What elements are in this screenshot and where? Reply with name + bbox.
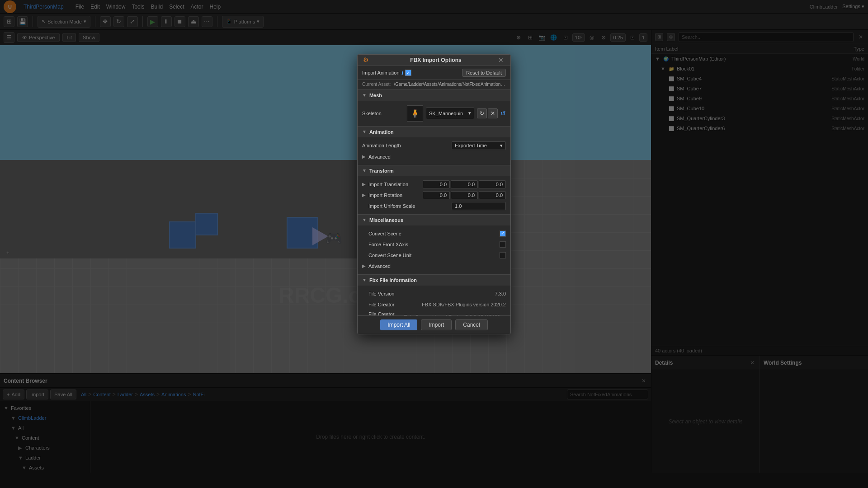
cancel-button[interactable]: Cancel [455, 319, 487, 330]
advanced-misc-row: ▶ Advanced [358, 261, 510, 272]
dialog-titlebar: ⚙ FBX Import Options ✕ [358, 55, 510, 66]
dropdown-chevron: ▾ [500, 143, 503, 149]
dialog-overlay: ⚙ FBX Import Options ✕ Import Animation … [0, 0, 868, 488]
convert-scene-unit-checkbox[interactable] [500, 252, 506, 258]
miscellaneous-section-header[interactable]: ▼ Miscellaneous [358, 215, 510, 225]
advanced-anim-expander[interactable]: ▶ [362, 154, 368, 159]
dialog-buttons: Import All Import Cancel [358, 315, 510, 334]
animation-length-value: Exported Time [455, 143, 487, 148]
fbx-info-content: File Version 7.3.0 File Creator FBX SDK/… [358, 286, 510, 315]
misc-expand-icon: ▼ [362, 217, 367, 222]
import-translation-label: Import Translation [368, 182, 423, 187]
advanced-anim-row: ▶ Advanced [358, 151, 510, 162]
transform-section-title: Transform [369, 168, 394, 174]
uniform-scale-label: Import Uniform Scale [362, 203, 452, 209]
anim-expand-icon: ▼ [362, 129, 367, 134]
dropdown-chevron: ▾ [468, 110, 471, 116]
animation-length-label: Animation Length [362, 143, 452, 148]
animation-section: ▼ Animation Animation Length Exported Ti… [358, 127, 510, 165]
translation-x-input[interactable] [423, 180, 450, 188]
miscellaneous-section-title: Miscellaneous [369, 217, 403, 223]
dialog-title: FBX Import Options [375, 57, 497, 63]
mesh-section: ▼ Mesh Skeleton 🧍 SK_Mannequin ▾ ↻ ✕ [358, 90, 510, 127]
file-creator-app-row: File Creator Application Epic Games Unre… [358, 310, 510, 315]
current-asset-label: Current Asset: [362, 82, 391, 87]
transform-expand-icon: ▼ [362, 168, 367, 173]
advanced-anim-label: Advanced [368, 154, 506, 160]
dialog-unreal-icon: ⚙ [363, 56, 371, 64]
force-front-label: Force Front XAxis [362, 242, 500, 247]
fbx-info-section: ▼ Fbx File Information File Version 7.3.… [358, 275, 510, 315]
translation-z-input[interactable] [479, 180, 506, 188]
file-creator-value: FBX SDK/FBX Plugins version 2020.2 [422, 302, 506, 307]
animation-length-dropdown[interactable]: Exported Time ▾ [452, 141, 506, 150]
mesh-section-header[interactable]: ▼ Mesh [358, 90, 510, 101]
transform-section-header[interactable]: ▼ Transform [358, 165, 510, 176]
current-asset-row: Current Asset: /Game/Ladder/Assets/Anima… [358, 80, 510, 90]
animation-section-content: Animation Length Exported Time ▾ ▶ Advan… [358, 137, 510, 165]
rotation-expander[interactable]: ▶ [362, 192, 368, 197]
reset-to-default-button[interactable]: Reset to Default [462, 69, 506, 77]
mesh-section-content: Skeleton 🧍 SK_Mannequin ▾ ↻ ✕ ↺ [358, 101, 510, 126]
file-creator-row: File Creator FBX SDK/FBX Plugins version… [358, 299, 510, 310]
current-asset-value: /Game/Ladder/Assets/Animations/NotFixedA… [394, 82, 510, 87]
convert-scene-label: Convert Scene [362, 231, 500, 236]
file-version-row: File Version 7.3.0 [358, 288, 510, 299]
skeleton-value: SK_Mannequin [429, 111, 463, 116]
convert-scene-unit-row: Convert Scene Unit [358, 250, 510, 261]
file-version-value: 7.3.0 [495, 291, 506, 296]
miscellaneous-section: ▼ Miscellaneous Convert Scene ✓ Force Fr… [358, 215, 510, 275]
force-front-checkbox[interactable] [500, 241, 506, 248]
fbxinfo-expand-icon: ▼ [362, 277, 367, 282]
advanced-misc-expander[interactable]: ▶ [362, 263, 368, 268]
rotation-values [423, 191, 506, 199]
skeleton-row: Skeleton 🧍 SK_Mannequin ▾ ↻ ✕ ↺ [358, 103, 510, 123]
file-creator-label: File Creator [362, 302, 422, 307]
convert-scene-checkbox[interactable]: ✓ [500, 230, 506, 237]
transform-section: ▼ Transform ▶ Import Translation [358, 165, 510, 215]
file-version-label: File Version [362, 291, 495, 296]
info-icon: ℹ [401, 70, 403, 76]
rotation-z-input[interactable] [479, 191, 506, 199]
dialog-scroll-area[interactable]: ▼ Mesh Skeleton 🧍 SK_Mannequin ▾ ↻ ✕ [358, 90, 510, 315]
convert-scene-row: Convert Scene ✓ [358, 228, 510, 239]
dialog-toolbar: Import Animation ℹ ✓ Reset to Default [358, 66, 510, 80]
dialog-close-button[interactable]: ✕ [497, 56, 505, 64]
uniform-scale-value [452, 202, 506, 210]
force-front-xaxis-row: Force Front XAxis [358, 239, 510, 250]
import-all-button[interactable]: Import All [380, 319, 417, 330]
skeleton-clear-button[interactable]: ✕ [488, 108, 498, 118]
skeleton-label: Skeleton [362, 111, 404, 116]
rotation-y-input[interactable] [451, 191, 478, 199]
import-button[interactable]: Import [421, 319, 452, 330]
mesh-section-title: Mesh [369, 93, 382, 98]
translation-y-input[interactable] [451, 180, 478, 188]
check-icon: ✓ [501, 231, 505, 236]
mesh-expand-icon: ▼ [362, 93, 367, 98]
import-rotation-row: ▶ Import Rotation [358, 190, 510, 201]
file-creator-app-label: File Creator Application [362, 311, 404, 315]
import-uniform-scale-row: Import Uniform Scale [358, 201, 510, 211]
fbx-info-section-header[interactable]: ▼ Fbx File Information [358, 275, 510, 286]
misc-section-content: Convert Scene ✓ Force Front XAxis Conver… [358, 225, 510, 274]
animation-section-header[interactable]: ▼ Animation [358, 127, 510, 137]
import-translation-row: ▶ Import Translation [358, 179, 510, 190]
advanced-misc-label: Advanced [368, 263, 506, 269]
translation-expander[interactable]: ▶ [362, 182, 368, 187]
skeleton-dropdown[interactable]: SK_Mannequin ▾ [426, 108, 474, 119]
skeleton-reset-button[interactable]: ↺ [500, 110, 506, 117]
import-animation-label: Import Animation ℹ ✓ [362, 70, 411, 76]
animation-section-title: Animation [369, 129, 394, 135]
skeleton-action-buttons: ↻ ✕ [477, 108, 498, 118]
convert-scene-unit-label: Convert Scene Unit [362, 253, 500, 258]
skeleton-browse-button[interactable]: ↻ [477, 108, 487, 118]
uniform-scale-input[interactable] [452, 202, 506, 210]
import-anim-text: Import Animation [362, 70, 400, 75]
translation-values [423, 180, 506, 188]
import-anim-checkbox[interactable]: ✓ [405, 70, 411, 76]
rotation-x-input[interactable] [423, 191, 450, 199]
transform-section-content: ▶ Import Translation ▶ Import Rotation [358, 176, 510, 214]
skeleton-preview: 🧍 [407, 105, 423, 122]
fbx-info-section-title: Fbx File Information [369, 277, 417, 283]
import-rotation-label: Import Rotation [368, 192, 423, 198]
